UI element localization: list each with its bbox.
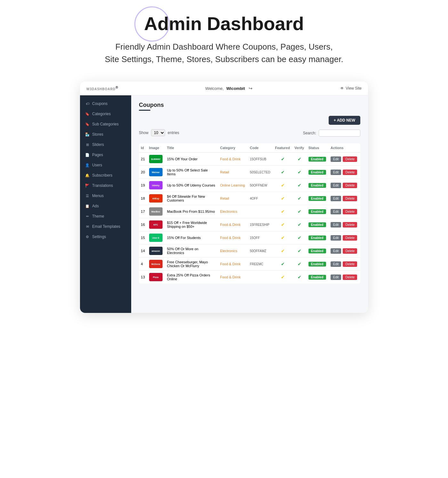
cell-title: Up to 50% Off Select Sale Items bbox=[165, 166, 218, 179]
sidebar-item-theme[interactable]: ✏Theme bbox=[80, 211, 131, 221]
delete-button[interactable]: Delete bbox=[343, 235, 357, 241]
cell-featured: ✔ bbox=[273, 192, 292, 205]
edit-button[interactable]: Edit bbox=[331, 209, 341, 214]
sidebar-label: Categories bbox=[92, 112, 111, 116]
cell-id: 19 bbox=[139, 179, 147, 192]
delete-button[interactable]: Delete bbox=[343, 261, 357, 267]
cell-category: Electronics bbox=[218, 244, 248, 258]
edit-button[interactable]: Edit bbox=[331, 170, 341, 175]
edit-button[interactable]: Edit bbox=[331, 196, 341, 201]
sidebar-item-users[interactable]: 👤Users bbox=[80, 160, 131, 170]
cell-verify: ✔ bbox=[292, 258, 307, 271]
cell-status: Enabled bbox=[307, 231, 329, 244]
delete-button[interactable]: Delete bbox=[343, 248, 357, 254]
edit-button[interactable]: Edit bbox=[331, 248, 341, 254]
cell-actions: Edit Delete bbox=[329, 179, 360, 192]
cell-featured: ✔ bbox=[273, 205, 292, 218]
delete-button[interactable]: Delete bbox=[343, 222, 357, 227]
delete-button[interactable]: Delete bbox=[343, 275, 357, 280]
cell-status: Enabled bbox=[307, 205, 329, 218]
main-content: Coupons + ADD NEW Show 10 25 50 entries … bbox=[131, 95, 368, 313]
cell-id: 17 bbox=[139, 205, 147, 218]
sidebar-item-stores[interactable]: 🏪Stores bbox=[80, 129, 131, 139]
col-header-verify: Verify bbox=[292, 143, 307, 153]
edit-button[interactable]: Edit bbox=[331, 235, 341, 241]
sidebar-item-subscribers[interactable]: 🔔Subscribers bbox=[80, 170, 131, 180]
featured-check: ✔ bbox=[281, 222, 285, 227]
table-row: 18 AliExp $4 Off Sitewide For New Custom… bbox=[139, 192, 360, 205]
edit-button[interactable]: Edit bbox=[331, 261, 341, 267]
delete-button[interactable]: Delete bbox=[343, 209, 357, 214]
sidebar-label: Theme bbox=[92, 214, 104, 219]
sidebar-icon: ✏ bbox=[85, 214, 90, 219]
sidebar-item-pages[interactable]: 📄Pages bbox=[80, 150, 131, 160]
edit-button[interactable]: Edit bbox=[331, 275, 341, 280]
brand-logo: Udemy bbox=[149, 181, 163, 189]
table-row: 17 MacBoo MacBook Pro From $11.95/mo Ele… bbox=[139, 205, 360, 218]
dashboard-body: 🏷Coupons🔖Categories🔖Sub Categories🏪Store… bbox=[80, 95, 368, 313]
add-new-button[interactable]: + ADD NEW bbox=[329, 116, 360, 125]
brand-logo: amazon bbox=[149, 247, 163, 255]
cell-image: Pizza bbox=[147, 271, 165, 284]
table-row: 13 Pizza Extra 25% Off Pizza Orders Onli… bbox=[139, 271, 360, 284]
entries-select[interactable]: 10 25 50 bbox=[151, 129, 165, 136]
col-header-actions: Actions bbox=[329, 143, 360, 153]
cell-image: Uber E bbox=[147, 231, 165, 244]
table-row: 16 KFC $15 Off + Free Worldwide Shipping… bbox=[139, 218, 360, 231]
table-row: 15 Uber E 15% Off For Students Food & Dr… bbox=[139, 231, 360, 244]
status-badge: Enabled bbox=[308, 262, 326, 267]
cell-actions: Edit Delete bbox=[329, 153, 360, 166]
cell-id: 20 bbox=[139, 166, 147, 179]
verify-check: ✔ bbox=[298, 261, 301, 267]
sidebar-label: Translations bbox=[92, 183, 113, 188]
sidebar-item-sliders[interactable]: ⊞Sliders bbox=[80, 139, 131, 150]
cell-actions: Edit Delete bbox=[329, 244, 360, 258]
cell-featured: ✔ bbox=[273, 179, 292, 192]
status-badge: Enabled bbox=[308, 222, 326, 227]
sidebar-item-coupons[interactable]: 🏷Coupons bbox=[80, 99, 131, 109]
verify-check: ✔ bbox=[298, 222, 301, 227]
featured-check: ✔ bbox=[281, 196, 285, 201]
brand-logo: KFC bbox=[149, 220, 163, 229]
delete-button[interactable]: Delete bbox=[343, 156, 357, 162]
cell-featured: ✔ bbox=[273, 218, 292, 231]
sidebar-item-sub-categories[interactable]: 🔖Sub Categories bbox=[80, 119, 131, 129]
featured-check: ✔ bbox=[281, 261, 285, 267]
edit-button[interactable]: Edit bbox=[331, 222, 341, 227]
cell-verify: ✔ bbox=[292, 218, 307, 231]
verify-check: ✔ bbox=[298, 235, 301, 240]
sidebar-item-ads[interactable]: 📋Ads bbox=[80, 201, 131, 211]
logout-icon[interactable]: ↪ bbox=[248, 85, 253, 91]
edit-button[interactable]: Edit bbox=[331, 156, 341, 162]
sidebar-item-categories[interactable]: 🔖Categories bbox=[80, 109, 131, 119]
status-badge: Enabled bbox=[308, 157, 326, 162]
cell-actions: Edit Delete bbox=[329, 166, 360, 179]
sidebar-item-email-templates[interactable]: ✉Email Templates bbox=[80, 221, 131, 232]
cell-status: Enabled bbox=[307, 244, 329, 258]
table-row: 14 amazon 50% Off Or More on Electronics… bbox=[139, 244, 360, 258]
topbar: W3DASHBOARD® Welcome, Wicombit ↪ 👁 View … bbox=[80, 82, 368, 95]
cell-category: Electronics bbox=[218, 205, 248, 218]
cell-verify: ✔ bbox=[292, 192, 307, 205]
verify-check: ✔ bbox=[298, 209, 301, 214]
cell-image: Walmar bbox=[147, 166, 165, 179]
search-input[interactable] bbox=[319, 130, 360, 137]
sidebar-icon: 🚩 bbox=[85, 183, 90, 188]
sidebar-item-translations[interactable]: 🚩Translations bbox=[80, 180, 131, 191]
delete-button[interactable]: Delete bbox=[343, 170, 357, 175]
table-header: IdImageTitleCategoryCodeFeaturedVerifySt… bbox=[139, 143, 360, 153]
edit-button[interactable]: Edit bbox=[331, 183, 341, 188]
sidebar-item-settings[interactable]: ⚙Settings bbox=[80, 232, 131, 242]
cell-id: 18 bbox=[139, 192, 147, 205]
view-site-link[interactable]: 👁 View Site bbox=[340, 86, 362, 91]
featured-check: ✔ bbox=[281, 156, 285, 162]
delete-button[interactable]: Delete bbox=[343, 183, 357, 188]
featured-check: ✔ bbox=[281, 209, 285, 214]
delete-button[interactable]: Delete bbox=[343, 196, 357, 201]
sidebar-item-menus[interactable]: ☰Menus bbox=[80, 191, 131, 201]
status-badge: Enabled bbox=[308, 196, 326, 201]
cell-code: 4OFF bbox=[248, 192, 273, 205]
cell-actions: Edit Delete bbox=[329, 271, 360, 284]
cell-verify: ✔ bbox=[292, 244, 307, 258]
featured-check: ✔ bbox=[281, 275, 285, 280]
